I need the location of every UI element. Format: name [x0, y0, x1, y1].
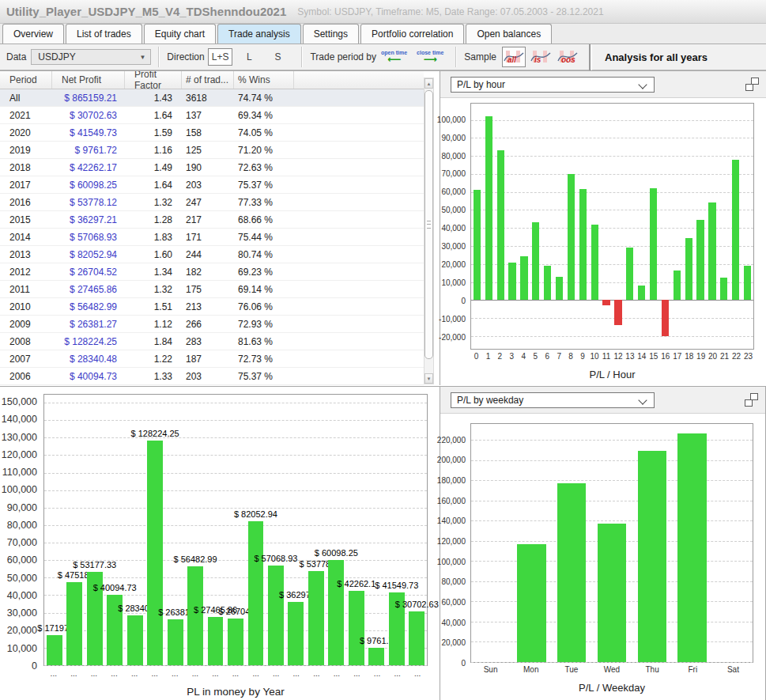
bar-value-label: $ 60098.25 [315, 548, 358, 558]
x-tick-label: Wed [591, 665, 632, 674]
cell: All [0, 89, 52, 106]
cell: $ 60098.25 [52, 176, 125, 193]
y-tick-label: 150,000 [2, 396, 37, 407]
cell: 2008 [0, 333, 52, 350]
table-row[interactable]: 2010$ 56482.991.5121376.06 % [0, 298, 424, 316]
table-row[interactable]: 2008$ 128224.251.8428381.63 % [0, 333, 424, 350]
gridline [471, 440, 753, 441]
bar [568, 174, 575, 301]
cell: $ 36297.21 [52, 211, 125, 228]
column-header-4[interactable]: % Wins [234, 71, 294, 89]
y-tick-label: 10,000 [7, 643, 37, 654]
table-row[interactable]: 2017$ 60098.251.6420375.37 % [0, 176, 424, 194]
gridline [471, 174, 753, 175]
table-row[interactable]: 2014$ 57068.931.8317175.44 % [0, 229, 424, 246]
direction-button-s[interactable]: S [266, 48, 289, 66]
tab-overview[interactable]: Overview [2, 24, 64, 44]
cell: 72.73 % [234, 350, 294, 367]
trade-analysis-window: Utility_Player_USDJPY_M5_V4_TDShenndou20… [0, 0, 766, 700]
tab-trade-analysis[interactable]: Trade analysis [217, 24, 301, 44]
sample-oos-button[interactable]: oos [556, 47, 579, 67]
table-row[interactable]: 2009$ 26381.271.1226672.93 % [0, 316, 424, 333]
table-row[interactable]: 2020$ 41549.731.5915874.05 % [0, 124, 424, 142]
tab-settings[interactable]: Settings [303, 24, 359, 44]
scroll-up-icon[interactable]: ▲ [425, 78, 433, 89]
table-row[interactable]: 2015$ 36297.211.2821768.66 % [0, 211, 424, 229]
table-body: All$ 865159.211.43361874.74 %2021$ 30702… [0, 89, 424, 385]
column-header-3[interactable]: # of trad... [182, 71, 234, 89]
y-tick-label: 30,000 [7, 607, 37, 619]
y-tick-label: 60,000 [441, 597, 466, 606]
trade-period-label: Trade period by [310, 51, 376, 62]
gridline [471, 336, 753, 337]
y-tick-label: 130,000 [2, 432, 37, 443]
gridline [44, 437, 427, 438]
sample-oos-icon: oos [557, 49, 578, 65]
x-tick-label: 2 [494, 352, 506, 361]
column-header-1[interactable]: Net Profit [52, 71, 125, 89]
y-tick-label: 30,000 [441, 242, 466, 251]
cell: 2009 [0, 316, 52, 332]
table-row[interactable]: 2007$ 28340.481.2218772.73 % [0, 350, 424, 368]
data-label: Data [6, 51, 26, 62]
table-row[interactable]: All$ 865159.211.43361874.74 % [0, 89, 424, 107]
y-tick-label: 90,000 [7, 502, 37, 513]
strategy-subtitle: Symbol: USDJPY, Timeframe: M5, Date Rang… [297, 6, 603, 17]
cell: 2014 [0, 229, 52, 245]
copy-chart-button[interactable] [744, 78, 760, 92]
column-header-2[interactable]: Profit Factor [125, 71, 182, 89]
x-tick-label: 13 [624, 352, 636, 361]
open-time-button[interactable]: open time ⟵ [379, 49, 409, 65]
scrollbar-thumb[interactable] [425, 90, 433, 359]
y-tick-label: 50,000 [441, 206, 466, 214]
table-row[interactable]: 2021$ 30702.631.6413769.34 % [0, 107, 424, 124]
weekday-chart-type-select[interactable]: P/L by weekday [451, 392, 655, 408]
direction-button-lpluss[interactable]: L+S [208, 48, 233, 66]
bar [614, 300, 621, 325]
direction-button-l[interactable]: L [237, 48, 261, 66]
table-scrollbar[interactable]: ▲ ▼ [424, 78, 434, 384]
bar [579, 189, 587, 300]
table-row[interactable]: 2013$ 82052.941.6024480.74 % [0, 246, 424, 263]
title-bar: Utility_Player_USDJPY_M5_V4_TDShenndou20… [0, 0, 766, 24]
x-tick-label: 4 [518, 352, 530, 361]
x-tick-label: 14 [636, 352, 647, 361]
cell: 2021 [0, 107, 52, 123]
x-tick-label: Fri [673, 665, 713, 674]
table-row[interactable]: 2011$ 27465.861.3217569.14 % [0, 281, 424, 298]
cell: $ 57068.93 [52, 229, 125, 245]
close-time-button[interactable]: close time ⟶ [415, 49, 445, 65]
y-tick-label: 90,000 [441, 133, 466, 142]
y-tick-label: 20,000 [441, 638, 466, 647]
bar [720, 278, 727, 300]
table-row[interactable]: 2012$ 26704.521.3418269.23 % [0, 263, 424, 281]
sample-is-button[interactable]: is [529, 47, 553, 67]
tab-open-balances[interactable]: Open balances [466, 24, 552, 44]
sample-label: Sample [464, 51, 496, 62]
cell: $ 40094.73 [52, 368, 125, 384]
gridline [44, 665, 427, 666]
bar [544, 266, 551, 300]
scroll-down-icon[interactable]: ▼ [425, 373, 433, 384]
y-tick-label: 140,000 [2, 414, 37, 425]
gridline [471, 501, 753, 501]
x-tick-label: 3 [506, 352, 518, 361]
year-plot-area: $ 17197.$ 47518.$ 53177.33$ 40094.73$ 28… [43, 394, 428, 666]
tab-list-of-trades[interactable]: List of trades [66, 24, 142, 44]
tab-portfolio-correlation[interactable]: Portfolio correlation [360, 24, 464, 44]
svg-text:is: is [534, 55, 541, 64]
table-row[interactable]: 2006$ 40094.731.3320375.37 % [0, 368, 424, 385]
x-tick-label: ... [225, 669, 246, 678]
table-row[interactable]: 2019$ 9761.721.1612571.20 % [0, 142, 424, 159]
bar [638, 451, 667, 662]
table-row[interactable]: 2016$ 53778.121.3224777.33 % [0, 194, 424, 211]
table-row[interactable]: 2018$ 42262.171.4919072.63 % [0, 159, 424, 176]
sample-all-button[interactable]: all [502, 47, 526, 67]
y-tick-label: 80,000 [441, 151, 466, 160]
pl-by-hour-panel: P/L by hour 100,00090,00080,00070,00060,… [440, 70, 766, 385]
tab-equity-chart[interactable]: Equity chart [144, 24, 216, 44]
copy-chart-button[interactable] [743, 393, 759, 407]
column-header-0[interactable]: Period [0, 71, 52, 89]
data-symbol-select[interactable]: USDJPY ▼ [31, 49, 151, 65]
hour-chart-type-select[interactable]: P/L by hour [451, 77, 655, 93]
